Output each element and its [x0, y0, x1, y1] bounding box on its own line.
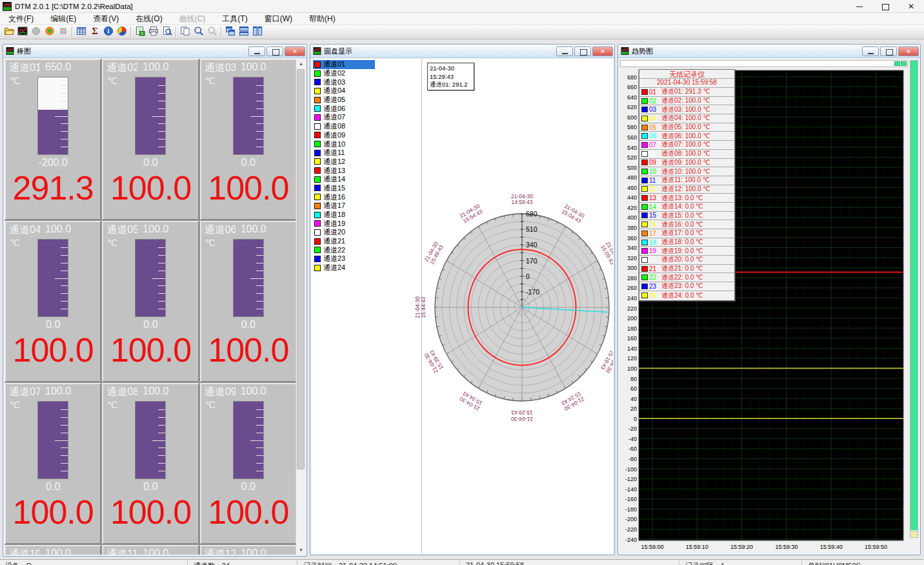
disc-window-titlebar[interactable]: 圆盘显示 [310, 45, 614, 58]
menu-online[interactable]: 在线(O) [127, 14, 170, 25]
channel-reading: 通道01: 291.3 ℃ [661, 87, 710, 96]
trend-window-titlebar[interactable]: 趋势图 [618, 45, 920, 58]
svg-text:15:59:40: 15:59:40 [820, 544, 843, 550]
channel-list-item[interactable]: 通道20 [313, 228, 375, 237]
svg-text:-200: -200 [625, 516, 637, 522]
range-min: 0.0 [201, 481, 296, 493]
cascade-windows-button[interactable] [223, 26, 237, 39]
channel-list-item[interactable]: 通道10 [313, 139, 375, 149]
channel-list-item[interactable]: 通道23 [313, 254, 375, 263]
menu-view[interactable]: 查看(V) [85, 14, 127, 25]
maximize-button[interactable] [266, 46, 283, 56]
tick-mark [256, 463, 263, 464]
svg-text:-160: -160 [625, 496, 637, 502]
menu-file[interactable]: 文件(F) [0, 14, 42, 25]
channel-list-item[interactable]: 通道18 [313, 211, 375, 220]
data-table-icon [76, 26, 86, 39]
copy-button[interactable] [178, 26, 192, 39]
channel-list-item[interactable]: 通道06 [313, 104, 375, 113]
toolbar-separator [221, 26, 221, 37]
record-disabled-button [29, 26, 43, 39]
channel-list-item[interactable]: 通道04 [313, 87, 375, 96]
window-icon [621, 47, 629, 55]
minimize-button[interactable] [248, 46, 265, 56]
bar-window-titlebar[interactable]: 棒图 [3, 45, 306, 58]
channel-label: 通道24 [323, 263, 345, 272]
open-folder-button[interactable] [2, 26, 15, 39]
channel-color-swatch [641, 142, 648, 148]
channel-color-swatch [641, 98, 648, 104]
zoom-button[interactable] [192, 26, 205, 39]
data-table-button[interactable] [74, 26, 88, 39]
scroll-up-icon[interactable]: ▲ [296, 59, 305, 68]
menu-tools[interactable]: 工具(T) [214, 14, 256, 25]
tick-mark [55, 440, 68, 441]
channel-list-item[interactable]: 通道15 [313, 184, 375, 193]
svg-text:-240: -240 [625, 537, 637, 543]
print-button[interactable] [146, 26, 160, 39]
minimize-button[interactable] [862, 46, 879, 56]
range-min: 0.0 [6, 319, 100, 331]
tick-mark [256, 409, 263, 410]
info-button[interactable]: i [101, 26, 115, 39]
tick-mark [61, 101, 68, 101]
channel-list-item[interactable]: 通道11 [313, 149, 375, 158]
menu-window[interactable]: 窗口(W) [256, 14, 301, 25]
channel-list-item[interactable]: 通道13 [313, 166, 375, 175]
pie-chart-button[interactable] [115, 26, 128, 39]
maximize-button[interactable] [881, 3, 889, 10]
channel-list-item[interactable]: 通道01 [313, 60, 375, 69]
channel-color-swatch [641, 125, 648, 130]
sigma-button[interactable]: Σ [88, 26, 101, 39]
vertical-scrollbar[interactable]: ▲ ▼ [296, 59, 305, 555]
tile-vertical-button[interactable] [250, 26, 264, 39]
channel-list-item[interactable]: 通道12 [313, 158, 375, 167]
scroll-block[interactable] [901, 61, 907, 66]
channel-list-item[interactable]: 通道17 [313, 201, 375, 211]
channel-list-item[interactable]: 通道14 [313, 175, 375, 184]
channel-list-item[interactable]: 通道05 [313, 96, 375, 105]
scroll-down-icon[interactable]: ▼ [296, 545, 305, 555]
tile-horizontal-button[interactable] [237, 26, 250, 39]
channel-reading: 通道17: 0.0 ℃ [661, 229, 703, 238]
tick-mark [256, 271, 263, 271]
channel-list-item[interactable]: 通道02 [313, 69, 375, 78]
channel-list-item[interactable]: 通道24 [313, 263, 375, 272]
svg-text:80: 80 [630, 376, 637, 382]
trend-legend: 无纸记录仪 2021-04-30 15:59:58 01通道01: 291.3 … [639, 69, 735, 301]
maximize-button[interactable] [880, 46, 897, 56]
channel-list-item[interactable]: 通道22 [313, 245, 375, 254]
minimize-button[interactable] [556, 46, 573, 56]
scroll-block[interactable] [894, 61, 900, 66]
trend-chart-button[interactable] [15, 26, 29, 39]
tick-mark [256, 309, 263, 309]
channel-list-item[interactable]: 通道21 [313, 237, 375, 246]
channel-list-item[interactable]: 通道07 [313, 113, 375, 122]
channel-value: 291.3 [6, 169, 100, 207]
close-button[interactable] [592, 46, 613, 56]
channel-list-item[interactable]: 通道16 [313, 192, 375, 201]
print-preview-button[interactable] [160, 26, 174, 39]
channel-color-swatch [641, 266, 648, 272]
close-button[interactable]: ✕ [907, 3, 915, 10]
tick-mark [61, 255, 68, 256]
close-button[interactable] [285, 46, 305, 56]
vertical-scrollbar[interactable] [910, 60, 918, 538]
stop-button[interactable] [43, 26, 56, 39]
maximize-button[interactable] [574, 46, 591, 56]
channel-list-item[interactable]: 通道03 [313, 77, 375, 87]
menu-edit[interactable]: 编辑(E) [42, 14, 85, 25]
close-button[interactable] [898, 46, 919, 56]
export-excel-button[interactable]: X [133, 26, 146, 39]
minimize-button[interactable] [856, 3, 863, 10]
scrollbar-thumb[interactable] [297, 69, 305, 469]
scrollbar-thumb[interactable] [910, 61, 918, 530]
channel-color-swatch [314, 247, 321, 253]
channel-list-item[interactable]: 通道19 [313, 219, 375, 228]
menu-help[interactable]: 帮助(H) [301, 14, 344, 25]
tick-mark [158, 123, 165, 124]
channel-list-item[interactable]: 通道08 [313, 122, 375, 131]
horizontal-scrollbar[interactable] [620, 60, 908, 67]
range-max: 100.0 [241, 548, 266, 555]
channel-list-item[interactable]: 通道09 [313, 131, 375, 140]
